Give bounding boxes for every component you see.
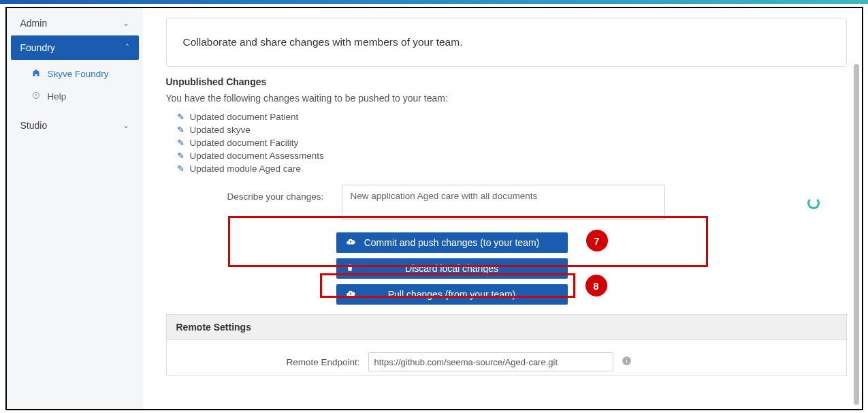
sidebar-item-foundry[interactable]: Foundry ˄ — [11, 35, 139, 60]
top-gradient-bar — [0, 0, 868, 7]
svg-text:?: ? — [35, 93, 37, 97]
main-content: Collaborate and share changes with membe… — [143, 8, 862, 409]
button-label: Pull changes (from your team) — [388, 289, 516, 300]
spinner-icon — [807, 197, 820, 209]
change-text: Updated document Assessments — [190, 151, 324, 161]
describe-input[interactable]: New application Aged care with all docum… — [342, 185, 665, 220]
cloud-upload-icon — [346, 237, 355, 249]
edit-icon: ✎ — [177, 164, 184, 174]
edit-icon: ✎ — [177, 125, 184, 135]
change-text: Updated module Aged care — [190, 164, 302, 174]
button-label: Discard local changes — [405, 263, 498, 274]
unpublished-intro: You have the following changes waiting t… — [166, 93, 847, 104]
sidebar: Admin ⌄ Foundry ˄ Skyve Foundry ? Help S… — [7, 8, 143, 409]
change-item: ✎Updated document Facility — [177, 136, 847, 149]
app-frame: Admin ⌄ Foundry ˄ Skyve Foundry ? Help S… — [5, 7, 863, 410]
remote-settings-panel: Remote Endpoint: — [166, 339, 847, 376]
change-item: ✎Updated module Aged care — [177, 162, 847, 175]
sidebar-item-studio[interactable]: Studio ⌄ — [11, 113, 139, 138]
sidebar-item-admin[interactable]: Admin ⌄ — [11, 11, 139, 35]
sidebar-label: Admin — [20, 18, 48, 29]
remote-endpoint-input[interactable] — [368, 352, 613, 371]
describe-row: Describe your changes: New application A… — [227, 185, 847, 220]
sidebar-subitem-skyve-foundry[interactable]: Skyve Foundry — [11, 63, 139, 85]
edit-icon: ✎ — [177, 112, 184, 122]
chevron-down-icon: ⌄ — [123, 121, 129, 130]
sidebar-subitem-label: Skyve Foundry — [48, 69, 109, 79]
cloud-download-icon — [346, 289, 355, 301]
change-text: Updated document Facility — [190, 138, 299, 148]
sidebar-subitem-help[interactable]: ? Help — [11, 85, 139, 108]
chevron-down-icon: ⌄ — [123, 18, 129, 28]
changes-list: ✎Updated document Patient ✎Updated skyve… — [166, 110, 847, 175]
building-icon — [31, 69, 41, 79]
change-item: ✎Updated skyve — [177, 123, 847, 136]
edit-icon: ✎ — [177, 138, 184, 148]
annotation-badge-8: 8 — [585, 275, 607, 296]
button-label: Commit and push changes (to your team) — [364, 237, 540, 248]
sidebar-label: Foundry — [20, 42, 55, 53]
info-icon[interactable] — [622, 356, 632, 368]
edit-icon: ✎ — [177, 151, 184, 161]
change-text: Updated skyve — [190, 125, 251, 135]
describe-label: Describe your changes: — [227, 185, 336, 202]
remote-endpoint-label: Remote Endpoint: — [265, 357, 360, 367]
help-icon: ? — [31, 91, 41, 102]
change-item: ✎Updated document Patient — [177, 110, 847, 123]
change-text: Updated document Patient — [190, 112, 299, 122]
svg-rect-3 — [626, 360, 626, 363]
sidebar-label: Studio — [20, 120, 48, 131]
chevron-up-icon: ˄ — [125, 43, 129, 52]
annotation-badge-7: 7 — [586, 230, 608, 251]
svg-rect-4 — [626, 358, 626, 359]
commit-button[interactable]: Commit and push changes (to your team) — [336, 232, 568, 253]
remote-settings-heading: Remote Settings — [166, 314, 847, 339]
banner-text: Collaborate and share changes with membe… — [183, 36, 463, 48]
change-item: ✎Updated document Assessments — [177, 149, 847, 162]
discard-button[interactable]: Discard local changes — [336, 258, 568, 279]
collaborate-banner: Collaborate and share changes with membe… — [166, 18, 847, 67]
scrollbar[interactable] — [854, 64, 859, 405]
sidebar-subitem-label: Help — [48, 91, 67, 102]
action-buttons: Commit and push changes (to your team) D… — [336, 232, 568, 305]
describe-value: New application Aged care with all docum… — [351, 191, 538, 201]
trash-icon — [346, 263, 354, 274]
pull-button[interactable]: Pull changes (from your team) — [336, 284, 568, 305]
unpublished-heading: Unpublished Changes — [166, 76, 847, 87]
